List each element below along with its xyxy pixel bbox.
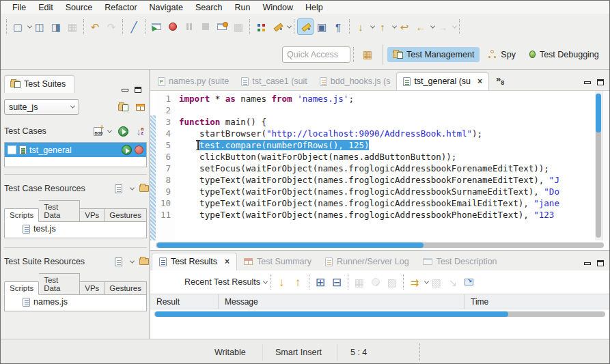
editor-tab-tst_general[interactable]: tst_general (su× — [396, 72, 489, 90]
suite-selector[interactable]: suite_js — [4, 99, 79, 115]
next-failure-button[interactable]: ↓ — [273, 274, 290, 290]
run-test-suite-button[interactable] — [148, 18, 165, 35]
jump-to-button[interactable]: ⇉ — [406, 274, 423, 290]
minimize-view-icon[interactable] — [584, 81, 591, 84]
column-header-time[interactable]: Time — [465, 294, 609, 309]
tab-scripts[interactable]: Scripts — [4, 281, 39, 295]
toolbar-separator — [353, 47, 354, 62]
checkbox-icon[interactable] — [8, 145, 16, 154]
code-editor[interactable]: import * as names from 'names.js'; funct… — [175, 91, 595, 240]
menu-navigate[interactable]: Navigate — [143, 2, 189, 13]
minimize-view-icon[interactable] — [584, 262, 591, 265]
new-test-suite-button[interactable]: ▢ — [10, 18, 26, 35]
code-token: function — [179, 117, 220, 127]
insert-mode-status: Smart Insert — [262, 344, 337, 361]
menu-file[interactable]: File — [6, 2, 32, 13]
pick-cursor-button[interactable]: ╱ — [126, 18, 142, 35]
results-tab-test-results[interactable]: Test Results× — [152, 253, 237, 270]
results-horizontal-scrollbar[interactable] — [150, 309, 609, 319]
tab-vps[interactable]: VPs — [80, 281, 105, 295]
launch-aut-button[interactable] — [214, 18, 230, 35]
maximize-view-icon[interactable] — [597, 79, 604, 85]
perspective-test-management[interactable]: Test Management — [387, 47, 480, 62]
chevron-down-icon[interactable] — [130, 185, 135, 190]
tab-gestures[interactable]: Gestures — [105, 208, 147, 222]
next-annotation-button[interactable]: ↓ — [352, 18, 369, 35]
column-header-result[interactable]: Result — [150, 294, 219, 309]
maximize-view-icon[interactable] — [597, 260, 604, 266]
back-button[interactable]: ← — [413, 18, 429, 35]
previous-annotation-button[interactable]: ↑ — [374, 18, 391, 35]
editor-vertical-scrollbar[interactable] — [595, 91, 602, 240]
results-tab-test-description[interactable]: Test Description — [416, 253, 504, 270]
new-bdd-test-case-button[interactable]: BDD — [91, 124, 105, 138]
minimize-view-icon[interactable] — [122, 89, 128, 92]
show-object-button[interactable]: ▣ — [314, 18, 330, 35]
sort-test-cases-button[interactable]: ↓az — [133, 124, 147, 138]
last-edit-location-button[interactable]: ↩ — [396, 18, 413, 35]
menu-source[interactable]: Source — [59, 2, 99, 13]
perspective-spy[interactable]: Spy — [482, 47, 521, 62]
new-resource-button[interactable] — [111, 182, 125, 195]
back-icon: ← — [416, 22, 426, 32]
perspective-test-debugging[interactable]: Test Debugging — [524, 47, 605, 62]
tab-scripts[interactable]: Scripts — [4, 208, 39, 222]
run-test-case-button[interactable] — [116, 124, 130, 138]
close-icon[interactable]: × — [477, 76, 482, 86]
editor-tab-tst_case1[interactable]: tst_case1 (suit — [235, 73, 314, 90]
chevron-down-icon[interactable] — [107, 128, 112, 132]
record-test-case-button[interactable] — [165, 18, 181, 35]
file-item[interactable]: names.js — [5, 295, 146, 309]
more-tabs-indicator[interactable]: »8 — [496, 74, 504, 86]
server-settings-button[interactable] — [133, 100, 147, 114]
close-icon[interactable]: × — [225, 257, 230, 266]
recent-results-dropdown[interactable]: Recent Test Results — [184, 277, 260, 287]
tab-vps[interactable]: VPs — [80, 208, 105, 222]
run-test-case-icon[interactable] — [122, 145, 132, 155]
test-case-row[interactable]: tst_general — [5, 143, 146, 157]
quick-access-input[interactable] — [282, 46, 350, 63]
chevron-down-icon[interactable] — [130, 258, 135, 263]
open-perspective-button[interactable]: ▦ — [359, 46, 376, 63]
maximize-view-icon[interactable] — [135, 87, 141, 93]
stop-test-case-icon[interactable] — [135, 145, 143, 154]
previous-failure-button[interactable]: ↑ — [290, 274, 306, 290]
suite-settings-button[interactable] — [116, 100, 130, 114]
statusbar-handle[interactable] — [419, 344, 420, 361]
tab-test-data[interactable]: Test Data — [39, 273, 80, 295]
results-tab-test-summary[interactable]: Test Summary — [237, 253, 318, 270]
chevron-down-icon[interactable] — [263, 279, 268, 283]
menu-edit[interactable]: Edit — [32, 2, 59, 13]
results-tab-runner-server-log[interactable]: Runner/Server Log — [318, 253, 416, 270]
collapse-all-icon: ⊟ — [332, 277, 342, 288]
test-suites-view-tab[interactable]: Test Suites — [4, 75, 74, 93]
chevron-down-icon[interactable] — [287, 23, 292, 28]
tab-test-data[interactable]: Test Data — [39, 200, 80, 222]
highlight-object-button[interactable] — [297, 18, 314, 35]
editor-horizontal-scrollbar[interactable] — [150, 240, 609, 250]
collapse-all-button[interactable]: ⊟ — [329, 274, 345, 290]
new-test-case-button[interactable]: ◫ — [31, 18, 48, 35]
menu-window[interactable]: Window — [256, 2, 299, 13]
file-item[interactable]: test.js — [5, 222, 146, 236]
menu-search[interactable]: Search — [189, 2, 229, 13]
undo-button[interactable]: ↶ — [87, 18, 103, 35]
editor-tab-bdd_hooks.js[interactable]: bdd_hooks.js (s — [314, 73, 397, 90]
pause-icon — [186, 23, 192, 30]
open-resource-folder-button[interactable] — [137, 255, 151, 268]
open-resource-folder-button[interactable] — [137, 182, 151, 195]
show-whitespace-button[interactable]: ¶ — [330, 18, 346, 35]
column-header-message[interactable]: Message — [219, 294, 465, 309]
menu-run[interactable]: Run — [229, 2, 257, 13]
open-perspective-icon: ▦ — [363, 49, 372, 59]
expand-all-button[interactable]: ⊞ — [312, 274, 329, 290]
object-map-button[interactable] — [253, 18, 269, 35]
menu-refactor[interactable]: Refactor — [98, 2, 143, 13]
editor-tab-names.py[interactable]: Pnames.py (suite — [152, 73, 235, 90]
pick-object-button[interactable] — [269, 18, 286, 35]
import-resource-button[interactable]: ◨ — [48, 18, 64, 35]
menu-help[interactable]: Help — [299, 2, 329, 13]
new-resource-button[interactable] — [111, 255, 125, 268]
import-results-button[interactable] — [461, 274, 477, 290]
tab-gestures[interactable]: Gestures — [105, 281, 147, 295]
